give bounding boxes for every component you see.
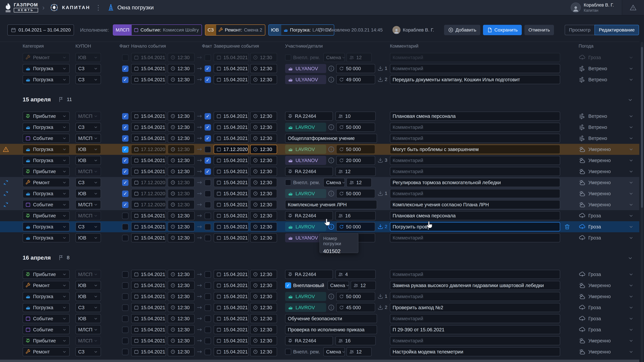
fact-checkbox[interactable]: ✓: [122, 146, 128, 153]
fact-checkbox[interactable]: [122, 338, 128, 344]
chevron-down-icon[interactable]: [628, 294, 634, 299]
loading-amount-field[interactable]: 50 000: [336, 145, 375, 154]
board-field[interactable]: RA 22464: [285, 336, 333, 345]
fact-checkbox[interactable]: ✓: [204, 113, 211, 119]
fact-checkbox[interactable]: [122, 305, 128, 311]
kupon-select[interactable]: СЗ: [76, 347, 101, 356]
weather-select[interactable]: Гроза: [578, 211, 634, 220]
weather-select[interactable]: Ветрено: [578, 134, 634, 143]
time-field[interactable]: 12:30: [250, 53, 277, 62]
category-select[interactable]: Событие: [23, 200, 70, 209]
time-field[interactable]: 12:30: [250, 189, 277, 198]
time-field[interactable]: 12:30: [250, 200, 277, 209]
time-field[interactable]: 12:30: [250, 222, 277, 231]
time-field[interactable]: 12:30: [168, 167, 194, 176]
time-field[interactable]: 12:30: [168, 347, 194, 356]
loading-amount-field[interactable]: 50 000: [336, 123, 375, 132]
table-row[interactable]: ПогрузкаЮВ15.04.202112:3015.04.202112:30…: [0, 291, 639, 302]
category-select[interactable]: Погрузка: [23, 156, 70, 165]
category-select[interactable]: Ремонт: [23, 281, 70, 290]
table-row[interactable]: ПогрузкаСЗ✓15.04.202112:30✓15.04.202112:…: [0, 74, 639, 85]
kupon-select[interactable]: МЛСП: [76, 336, 101, 345]
comment-input[interactable]: Плановая смена персонала: [390, 211, 560, 220]
category-select[interactable]: Прибытие: [23, 167, 70, 176]
info-icon[interactable]: [328, 157, 335, 164]
people-count-field[interactable]: 12: [351, 281, 376, 290]
board-field[interactable]: RA 22464: [285, 112, 333, 121]
time-field[interactable]: 12:30: [250, 156, 277, 165]
weather-select[interactable]: Ветрено: [578, 123, 634, 132]
comment-input[interactable]: Комментарий: [390, 53, 560, 62]
board-field[interactable]: RA 22464: [285, 270, 333, 279]
comment-input[interactable]: Комментарий: [390, 189, 560, 198]
weather-select[interactable]: Умеренно: [578, 178, 634, 187]
unplanned-checkbox[interactable]: [285, 349, 291, 355]
chevron-down-icon[interactable]: [628, 316, 634, 322]
date-field[interactable]: 15.04.2021: [131, 75, 166, 84]
comment-input[interactable]: Комментарий: [390, 64, 560, 73]
table-row[interactable]: ПрибытиеМЛСП15.04.202112:3015.04.202112:…: [0, 335, 639, 346]
vessel-chip[interactable]: ULYANOV: [285, 156, 326, 165]
weather-select[interactable]: Гроза: [578, 314, 634, 323]
fact-checkbox[interactable]: ✓: [122, 135, 128, 142]
filter-chip-repair[interactable]: СЗ Ремонт: Смена 2: [205, 24, 265, 35]
chevron-down-icon[interactable]: [628, 169, 634, 174]
time-field[interactable]: 12:30: [168, 189, 194, 198]
date-field[interactable]: 15.04.2021: [131, 134, 166, 143]
table-row[interactable]: РемонтСЗ15.04.202112:3015.04.202112:30Вн…: [0, 346, 639, 357]
comment-input[interactable]: Плановая смена персонала: [390, 112, 560, 121]
people-count-field[interactable]: 16: [336, 336, 376, 345]
chevron-down-icon[interactable]: [628, 272, 634, 277]
time-field[interactable]: 12:30: [168, 211, 194, 220]
chevron-down-icon[interactable]: [627, 97, 633, 103]
chevron-down-icon[interactable]: [628, 235, 634, 241]
time-field[interactable]: 12:30: [250, 64, 277, 73]
people-count-field[interactable]: 12: [346, 178, 372, 187]
fact-checkbox[interactable]: [122, 282, 128, 289]
info-icon[interactable]: [328, 123, 335, 131]
info-icon[interactable]: [328, 304, 335, 311]
people-count-field[interactable]: 12: [346, 347, 372, 356]
time-field[interactable]: 12:30: [168, 270, 194, 279]
shift-select[interactable]: Смена: [323, 347, 345, 356]
date-field[interactable]: 15.04.2021: [131, 53, 166, 62]
date-field[interactable]: 15.04.2021: [131, 211, 166, 220]
weather-select[interactable]: Гроза: [578, 303, 634, 312]
kupon-select[interactable]: СЗ: [76, 178, 101, 187]
date-field[interactable]: 15.04.2021: [131, 281, 166, 290]
table-row[interactable]: РемонтСЗ✓17.12.202012:3015.04.202112:30В…: [0, 177, 639, 188]
info-icon[interactable]: [328, 146, 335, 153]
weather-select[interactable]: Умеренно: [578, 156, 634, 165]
weather-select[interactable]: Умеренно: [578, 336, 634, 345]
time-field[interactable]: 12:30: [250, 145, 277, 154]
time-field[interactable]: 12:30: [168, 134, 194, 143]
date-field[interactable]: 17.12.2020: [131, 178, 166, 187]
chevron-down-icon[interactable]: [628, 135, 634, 141]
table-row[interactable]: ПогрузкаЮВ✓17.12.202012:3015.04.202112:3…: [0, 188, 639, 199]
comment-input[interactable]: Комментарий: [390, 134, 560, 143]
fact-checkbox[interactable]: [122, 327, 128, 333]
fact-checkbox[interactable]: [204, 349, 211, 355]
chevron-down-icon[interactable]: [628, 349, 634, 355]
comment-input[interactable]: Комментарий: [390, 123, 560, 132]
loading-amount-field[interactable]: 49 000: [336, 75, 375, 84]
weather-select[interactable]: Ветрено: [578, 64, 634, 73]
weather-select[interactable]: Гроза: [578, 53, 634, 62]
vessel-chip[interactable]: LAVROV: [285, 222, 326, 231]
fact-checkbox[interactable]: [204, 202, 211, 208]
time-field[interactable]: 12:30: [250, 292, 277, 301]
header-user[interactable]: Кораблев В. Г. Капитан: [571, 0, 614, 15]
chevron-down-icon[interactable]: [628, 158, 634, 163]
info-icon[interactable]: [328, 76, 335, 83]
date-field[interactable]: 15.04.2021: [131, 303, 166, 312]
date-field[interactable]: 15.04.2021: [214, 281, 248, 290]
date-field[interactable]: 15.04.2021: [214, 270, 248, 279]
comment-input[interactable]: Погрузить пров: [390, 222, 560, 231]
chevron-down-icon[interactable]: [627, 255, 633, 261]
time-field[interactable]: 12:30: [168, 325, 194, 334]
fact-checkbox[interactable]: ✓: [204, 168, 211, 175]
comment-input[interactable]: Комментарий: [390, 314, 560, 323]
fact-checkbox[interactable]: [122, 224, 128, 230]
vessel-chip[interactable]: LAVROV: [285, 189, 326, 198]
chevron-down-icon[interactable]: [628, 213, 634, 219]
